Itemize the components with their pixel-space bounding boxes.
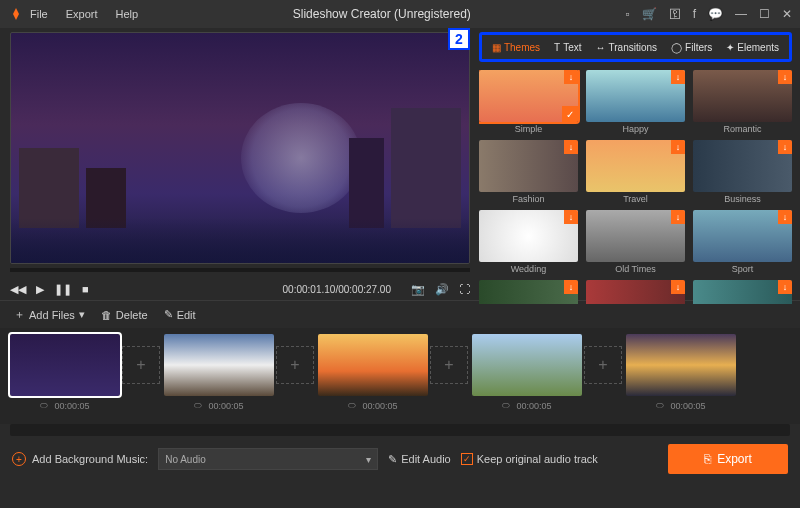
clip-1[interactable]: ⬭00:00:05 — [10, 334, 120, 411]
maximize-icon[interactable]: ☐ — [759, 7, 770, 21]
transition-slot[interactable]: + — [584, 346, 622, 384]
theme-sport[interactable]: ↓Sport — [693, 210, 792, 274]
keep-original-audio-checkbox[interactable]: ✓Keep original audio track — [461, 453, 598, 465]
save-icon[interactable]: ▫ — [625, 7, 629, 21]
plus-circle-icon: + — [12, 452, 26, 466]
theme-old-times[interactable]: ↓Old Times — [586, 210, 685, 274]
transition-slot[interactable]: + — [430, 346, 468, 384]
clip-2[interactable]: ⬭00:00:05 — [164, 334, 274, 411]
play-button[interactable]: ▶ — [36, 283, 44, 296]
clip-3[interactable]: ⬭00:00:05 — [318, 334, 428, 411]
theme-travel[interactable]: ↓Travel — [586, 140, 685, 204]
filter-dot-icon: ⬭ — [502, 400, 510, 411]
transition-slot[interactable]: + — [122, 346, 160, 384]
fullscreen-icon[interactable]: ⛶ — [459, 283, 470, 295]
cart-icon[interactable]: 🛒 — [642, 7, 657, 21]
export-icon: ⎘ — [704, 452, 711, 466]
chevron-down-icon: ▾ — [366, 454, 371, 465]
filter-dot-icon: ⬭ — [656, 400, 664, 411]
chevron-down-icon: ▾ — [79, 308, 85, 321]
filter-dot-icon: ⬭ — [348, 400, 356, 411]
edit-audio-button[interactable]: ✎Edit Audio — [388, 453, 451, 466]
main-menu: File Export Help — [30, 8, 138, 20]
tab-transitions[interactable]: ↔Transitions — [590, 42, 664, 53]
clip-5[interactable]: ⬭00:00:05 — [626, 334, 736, 411]
menu-export[interactable]: Export — [66, 8, 98, 20]
tab-themes[interactable]: ▦Themes — [486, 42, 546, 53]
app-title: Slideshow Creator (Unregistered) — [138, 7, 625, 21]
timeline[interactable]: ⬭00:00:05 + ⬭00:00:05 + ⬭00:00:05 + ⬭00:… — [0, 328, 800, 424]
download-icon: ↓ — [778, 70, 792, 84]
preview-video[interactable] — [10, 32, 470, 264]
preview-panel: ◀◀ ▶ ❚❚ ■ 00:00:01.10/00:00:27.00 📷 🔊 ⛶ — [0, 28, 473, 300]
trash-icon: 🗑 — [101, 309, 112, 321]
delete-button[interactable]: 🗑Delete — [101, 309, 148, 321]
timecode: 00:00:01.10/00:00:27.00 — [99, 284, 401, 295]
tab-text[interactable]: TText — [548, 42, 587, 53]
download-icon: ↓ — [671, 210, 685, 224]
download-icon: ↓ — [671, 70, 685, 84]
prev-button[interactable]: ◀◀ — [10, 283, 26, 296]
edit-icon: ✎ — [388, 453, 397, 466]
transition-slot[interactable]: + — [276, 346, 314, 384]
download-icon: ↓ — [778, 140, 792, 154]
clip-4[interactable]: ⬭00:00:05 — [472, 334, 582, 411]
add-files-button[interactable]: ＋Add Files ▾ — [14, 307, 85, 322]
download-icon: ↓ — [564, 210, 578, 224]
grid-icon: ▦ — [492, 42, 501, 53]
timeline-scrollbar[interactable] — [10, 424, 790, 436]
theme-fashion[interactable]: ↓Fashion — [479, 140, 578, 204]
callout-badge: 2 — [448, 28, 470, 50]
download-icon: ↓ — [564, 140, 578, 154]
download-icon: ↓ — [778, 280, 792, 294]
theme-happy[interactable]: ↓Happy — [586, 70, 685, 134]
playback-scrubber[interactable] — [10, 268, 470, 272]
tab-elements[interactable]: ✦Elements — [720, 42, 785, 53]
theme-row4-1[interactable]: ↓ — [479, 280, 578, 304]
menu-file[interactable]: File — [30, 8, 48, 20]
theme-row4-2[interactable]: ↓ — [586, 280, 685, 304]
theme-business[interactable]: ↓Business — [693, 140, 792, 204]
add-background-music[interactable]: + Add Background Music: — [12, 452, 148, 466]
download-icon: ↓ — [778, 210, 792, 224]
download-icon: ↓ — [564, 280, 578, 294]
download-icon: ↓ — [564, 70, 578, 84]
theme-simple[interactable]: ↓✓Simple — [479, 70, 578, 134]
tab-filters[interactable]: ◯Filters — [665, 42, 718, 53]
theme-row4-3[interactable]: ↓ — [693, 280, 792, 304]
checkmark-icon: ✓ — [562, 106, 578, 122]
facebook-icon[interactable]: f — [693, 7, 696, 21]
app-logo-icon — [8, 6, 24, 22]
elements-icon: ✦ — [726, 42, 734, 53]
panel-tab-bar: ▦Themes TText ↔Transitions ◯Filters ✦Ele… — [479, 32, 792, 62]
clip-toolbar: ＋Add Files ▾ 🗑Delete ✎Edit — [0, 300, 800, 328]
theme-romantic[interactable]: ↓Romantic — [693, 70, 792, 134]
download-icon: ↓ — [671, 140, 685, 154]
edit-button[interactable]: ✎Edit — [164, 308, 196, 321]
export-button[interactable]: ⎘Export — [668, 444, 788, 474]
transitions-icon: ↔ — [596, 42, 606, 53]
volume-icon[interactable]: 🔊 — [435, 283, 449, 296]
bottom-bar: + Add Background Music: No Audio ▾ ✎Edit… — [0, 436, 800, 482]
titlebar: File Export Help Slideshow Creator (Unre… — [0, 0, 800, 28]
plus-icon: ＋ — [14, 307, 25, 322]
checkbox-checked-icon: ✓ — [461, 453, 473, 465]
filter-dot-icon: ⬭ — [40, 400, 48, 411]
theme-grid: ↓✓Simple ↓Happy ↓Romantic ↓Fashion ↓Trav… — [479, 70, 792, 304]
filter-dot-icon: ⬭ — [194, 400, 202, 411]
key-icon[interactable]: ⚿ — [669, 7, 681, 21]
theme-wedding[interactable]: ↓Wedding — [479, 210, 578, 274]
menu-help[interactable]: Help — [116, 8, 139, 20]
stop-button[interactable]: ■ — [82, 283, 89, 295]
filters-icon: ◯ — [671, 42, 682, 53]
close-icon[interactable]: ✕ — [782, 7, 792, 21]
edit-icon: ✎ — [164, 308, 173, 321]
minimize-icon[interactable]: — — [735, 7, 747, 21]
feedback-icon[interactable]: 💬 — [708, 7, 723, 21]
side-panel: 2 ▦Themes TText ↔Transitions ◯Filters ✦E… — [473, 28, 800, 300]
audio-dropdown[interactable]: No Audio ▾ — [158, 448, 378, 470]
text-icon: T — [554, 42, 560, 53]
download-icon: ↓ — [671, 280, 685, 294]
snapshot-icon[interactable]: 📷 — [411, 283, 425, 296]
pause-button[interactable]: ❚❚ — [54, 283, 72, 296]
